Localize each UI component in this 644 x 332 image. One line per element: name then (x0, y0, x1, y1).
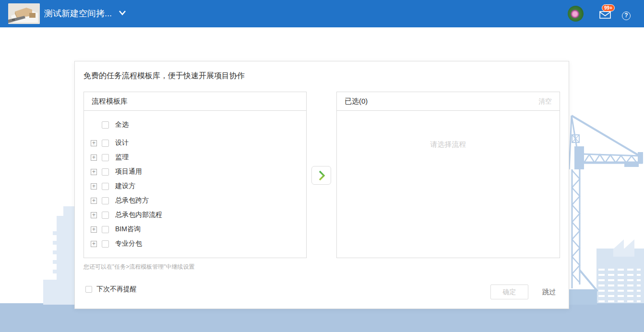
tree-row[interactable]: 项目通用 (91, 165, 306, 179)
select-all-label: 全选 (115, 120, 129, 129)
tree-row[interactable]: 设计 (91, 136, 306, 150)
library-panel-header: 流程模板库 (84, 92, 306, 111)
chevron-down-icon[interactable] (119, 10, 126, 16)
tree-row-select-all[interactable]: 全选 (91, 118, 306, 132)
library-panel-title: 流程模板库 (92, 97, 128, 105)
dont-remind-label: 下次不再提醒 (96, 285, 137, 294)
node-checkbox[interactable] (102, 168, 109, 176)
expand-plus-icon[interactable] (91, 212, 97, 218)
crane-base-block (569, 289, 597, 305)
template-library-panel: 流程模板库 全选 设计 监理 项目通用 (83, 92, 307, 258)
node-checkbox[interactable] (102, 226, 109, 233)
node-checkbox[interactable] (102, 197, 109, 204)
clear-button[interactable]: 清空 (538, 92, 552, 110)
node-checkbox[interactable] (102, 183, 109, 190)
node-checkbox[interactable] (102, 240, 109, 248)
tree-row[interactable]: 总承包跨方 (91, 193, 306, 208)
skip-button[interactable]: 跳过 (542, 285, 556, 299)
node-label: 项目通用 (115, 167, 142, 176)
tree-row[interactable]: 总承包内部流程 (91, 208, 306, 222)
messages-badge: 99+ (602, 4, 615, 12)
node-label: 总承包跨方 (115, 196, 149, 205)
expand-plus-icon[interactable] (91, 140, 97, 146)
node-label: BIM咨询 (115, 225, 141, 234)
node-label: 监理 (115, 153, 129, 162)
empty-placeholder: 请选择流程 (337, 140, 560, 149)
expand-plus-icon[interactable] (91, 183, 97, 190)
crane-illustration (568, 112, 644, 294)
project-title[interactable]: 测试新建空间拷... (44, 0, 112, 27)
expand-plus-icon[interactable] (91, 198, 97, 204)
template-tree: 全选 设计 监理 项目通用 建设方 (84, 111, 306, 251)
tree-row[interactable]: 建设方 (91, 179, 306, 193)
workflow-template-dialog: 免费的任务流程模板库，便于快速开展项目协作 流程模板库 全选 设计 监理 (74, 61, 569, 309)
dialog-title: 免费的任务流程模板库，便于快速开展项目协作 (83, 71, 245, 81)
avatar[interactable] (568, 6, 584, 22)
tree-row[interactable]: BIM咨询 (91, 222, 306, 237)
project-thumbnail[interactable] (8, 3, 40, 24)
expand-plus-icon[interactable] (91, 154, 97, 161)
dont-remind-checkbox[interactable] (85, 286, 92, 293)
selected-panel-header: 已选(0) 清空 (337, 92, 560, 111)
chevron-right-icon (315, 169, 328, 182)
node-checkbox[interactable] (102, 140, 109, 147)
node-label: 总承包内部流程 (115, 211, 162, 219)
tree-row[interactable]: 专业分包 (91, 237, 306, 251)
node-label: 设计 (115, 139, 129, 147)
expand-plus-icon[interactable] (91, 226, 97, 233)
settings-hint: 您还可以在"任务>流程模板管理"中继续设置 (83, 263, 195, 271)
confirm-button[interactable]: 确定 (490, 285, 528, 299)
help-icon[interactable]: ? (622, 12, 631, 20)
left-building-illustration (41, 206, 77, 305)
app-header: 测试新建空间拷... 99+ ? (0, 0, 644, 27)
node-label: 建设方 (115, 182, 135, 190)
select-all-checkbox[interactable] (102, 121, 109, 129)
selected-panel-title: 已选(0) (345, 97, 368, 105)
expand-plus-icon[interactable] (91, 169, 97, 175)
dont-remind-row[interactable]: 下次不再提醒 (85, 285, 137, 294)
node-checkbox[interactable] (102, 154, 109, 161)
node-label: 专业分包 (115, 239, 142, 248)
tree-row[interactable]: 监理 (91, 150, 306, 165)
node-checkbox[interactable] (102, 212, 109, 219)
expand-plus-icon[interactable] (91, 241, 97, 247)
selected-panel: 已选(0) 清空 请选择流程 (336, 92, 560, 258)
move-right-button[interactable] (311, 166, 331, 185)
